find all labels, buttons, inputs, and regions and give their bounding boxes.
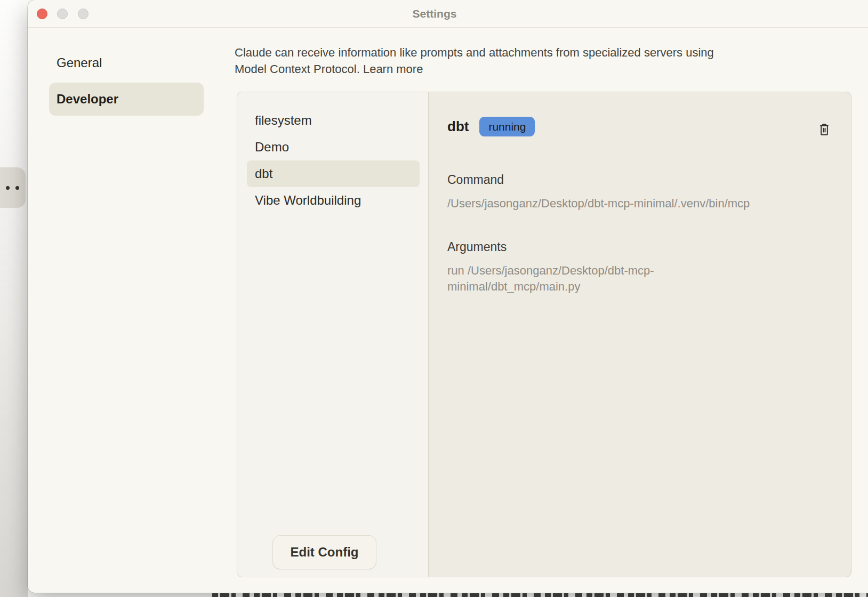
server-name: Demo xyxy=(255,140,289,155)
server-row-vibe-worldbuilding[interactable]: Vibe Worldbuilding xyxy=(237,187,428,214)
sidebar-item-developer[interactable]: Developer xyxy=(49,83,204,116)
sidebar-item-label: General xyxy=(57,55,102,70)
settings-window: Settings General Developer Claude can re… xyxy=(28,0,868,593)
background-drag-handle[interactable] xyxy=(0,167,26,208)
background-window-clipped-text xyxy=(212,593,868,597)
mcp-description: Claude can receive information like prom… xyxy=(235,45,837,77)
minimize-button[interactable] xyxy=(57,9,68,19)
window-titlebar[interactable]: Settings xyxy=(28,0,868,28)
screen: Settings General Developer Claude can re… xyxy=(0,0,868,597)
server-name: Vibe Worldbuilding xyxy=(255,193,361,208)
desktop-background xyxy=(0,0,28,597)
server-detail-name: dbt xyxy=(447,118,469,135)
server-detail-header: dbt running xyxy=(447,117,535,136)
trash-icon xyxy=(817,123,831,137)
settings-sidebar: General Developer xyxy=(49,49,204,116)
window-title: Settings xyxy=(413,7,457,20)
handle-dot-icon xyxy=(15,186,19,190)
server-name: filesystem xyxy=(255,113,312,128)
handle-dot-icon xyxy=(6,186,10,190)
close-button[interactable] xyxy=(37,9,47,19)
status-badge: running xyxy=(479,117,535,136)
server-row-demo[interactable]: Demo xyxy=(237,134,428,160)
mcp-servers-panel: filesystem Demo dbt Vibe Worldbuilding E… xyxy=(237,92,851,577)
server-row-dbt[interactable]: dbt xyxy=(247,160,420,187)
command-value: /Users/jasonganz/Desktop/dbt-mcp-minimal… xyxy=(447,196,851,212)
description-line-2: Model Context Protocol. Learn more xyxy=(235,61,837,78)
server-detail-pane: dbt running Command /Users/jasonganz/Des… xyxy=(429,92,851,577)
arguments-value: run /Users/jasonganz/Desktop/dbt-mcp-min… xyxy=(447,263,709,295)
sidebar-item-label: Developer xyxy=(57,92,118,107)
command-label: Command xyxy=(447,173,504,187)
server-list: filesystem Demo dbt Vibe Worldbuilding E… xyxy=(237,92,429,577)
sidebar-item-general[interactable]: General xyxy=(49,49,204,77)
learn-more-link[interactable]: Learn more xyxy=(363,62,423,76)
edit-config-button[interactable]: Edit Config xyxy=(272,535,376,569)
delete-server-button[interactable] xyxy=(816,121,833,138)
zoom-button[interactable] xyxy=(78,9,89,19)
description-line-1: Claude can receive information like prom… xyxy=(235,45,837,61)
server-row-filesystem[interactable]: filesystem xyxy=(237,107,428,134)
arguments-label: Arguments xyxy=(447,240,507,254)
server-name: dbt xyxy=(255,166,272,181)
